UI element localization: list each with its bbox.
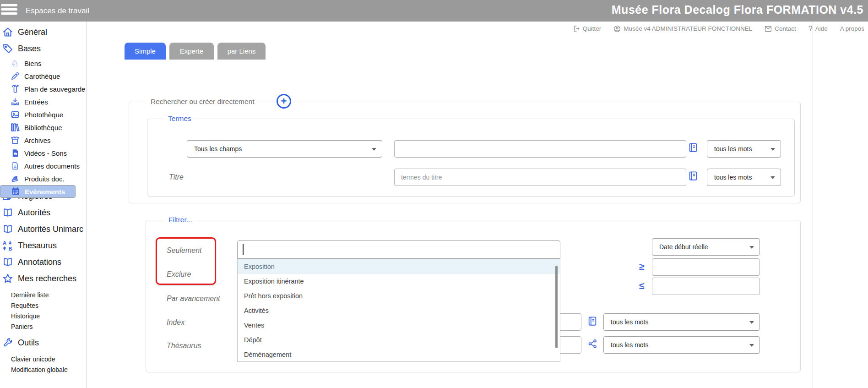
user-bar: Quitter Musée v4 ADMINISTRATEUR FONCTION… xyxy=(573,22,864,36)
quit-button[interactable]: Quitter xyxy=(573,25,602,32)
dropdown-option[interactable]: Exposition itinérante xyxy=(238,274,560,289)
sidebar-item-label: Carothèque xyxy=(24,72,60,80)
sidebar-item-bibliotheque[interactable]: Bibliothèque xyxy=(0,121,86,134)
index-words-mode-select[interactable]: tous les mots xyxy=(603,313,760,331)
sidebar-item-autorites-unimarc[interactable]: Autorités Unimarc xyxy=(0,221,86,237)
core-drill-icon xyxy=(11,71,20,81)
sidebar-item-carotheque[interactable]: Carothèque xyxy=(0,70,86,82)
inbox-download-icon xyxy=(11,97,20,106)
sidebar-item-evenements[interactable]: Evènements xyxy=(0,185,76,198)
dropdown-option[interactable]: Activités xyxy=(238,303,560,318)
calendar-icon xyxy=(11,187,20,196)
svg-text:A: A xyxy=(3,240,6,246)
sidebar-item-label: Clavier unicode xyxy=(11,355,55,363)
sidebar-item-archives[interactable]: Archives xyxy=(0,134,86,147)
sidebar-item-derniere-liste[interactable]: Dernière liste xyxy=(0,290,86,300)
fire-extinguisher-icon xyxy=(11,84,20,94)
tab-experte[interactable]: Experte xyxy=(169,43,214,60)
books-icon xyxy=(11,122,20,132)
contact-button[interactable]: Contact xyxy=(765,25,796,32)
sidebar-item-label: Biens xyxy=(24,60,42,67)
sidebar-item-historique[interactable]: Historique xyxy=(0,311,86,321)
open-book-icon xyxy=(2,224,13,234)
chevron-down-icon xyxy=(749,344,754,347)
sidebar-item-label: Annotations xyxy=(18,257,61,267)
chevron-down-icon xyxy=(372,148,376,151)
dictionary-book-icon[interactable] xyxy=(688,170,698,183)
search-create-legend: Rechercher ou créer directement xyxy=(146,98,259,106)
sort-ab-icon: AB xyxy=(2,240,13,251)
sidebar-item-outils[interactable]: Outils xyxy=(0,334,86,351)
sidebar-item-label: Historique xyxy=(11,312,40,320)
titre-input[interactable]: termes du titre xyxy=(394,169,686,186)
dropdown-option[interactable]: Déménagement xyxy=(238,347,560,362)
paper-stack-icon xyxy=(11,174,20,183)
user-menu[interactable]: Musée v4 ADMINISTRATEUR FONCTIONNEL xyxy=(613,25,752,33)
terms-search-input[interactable] xyxy=(394,140,686,158)
home-icon xyxy=(2,27,13,38)
top-bar: Espaces de travail Musée Flora Decalog F… xyxy=(0,0,868,22)
help-button[interactable]: ? Aide xyxy=(808,25,828,33)
workspace-label: Espaces de travail xyxy=(26,0,89,22)
date-min-input[interactable] xyxy=(652,258,760,276)
sidebar-item-general[interactable]: Général xyxy=(0,24,86,40)
text-caret xyxy=(243,244,244,255)
thesaurus-label: Thésaurus xyxy=(167,342,201,350)
sidebar-item-label: Produits doc. xyxy=(24,175,65,183)
dropdown-scrollbar[interactable] xyxy=(555,266,558,348)
chevron-down-icon xyxy=(770,148,775,151)
sidebar-item-thesaurus[interactable]: ABThesaurus xyxy=(0,237,86,254)
sidebar-item-bases[interactable]: Bases xyxy=(0,40,86,57)
event-type-dropdown-list: ExpositionExposition itinérantePrêt hors… xyxy=(237,259,560,362)
tab-simple[interactable]: Simple xyxy=(125,43,166,60)
hamburger-menu-icon[interactable] xyxy=(1,4,18,17)
sidebar-item-label: Autorités Unimarc xyxy=(18,224,83,234)
sidebar-item-label: Dernière liste xyxy=(11,291,49,299)
sidebar-item-autres-documents[interactable]: Autres documents xyxy=(0,159,86,172)
app-title: Musée Flora Decalog Flora FORMATION v4.5 xyxy=(612,3,863,16)
exit-icon xyxy=(573,25,580,32)
sidebar-item-videos-sons[interactable]: Vidéos - Sons xyxy=(0,147,86,159)
event-type-combobox-input[interactable] xyxy=(237,240,560,259)
share-nodes-icon[interactable] xyxy=(588,339,597,350)
tab-par-liens[interactable]: par Liens xyxy=(217,43,266,60)
sidebar-item-modification-globale[interactable]: Modification globale xyxy=(0,364,86,375)
date-field-select[interactable]: Date début réelle xyxy=(652,238,760,256)
titre-words-mode-select[interactable]: tous les mots xyxy=(707,169,781,186)
sidebar-item-label: Requêtes xyxy=(11,302,38,309)
content-right-divider xyxy=(813,22,813,388)
sidebar-item-annotations[interactable]: Annotations xyxy=(0,254,86,270)
sidebar-item-requetes[interactable]: Requêtes xyxy=(0,300,86,311)
terms-words-mode-select[interactable]: tous les mots xyxy=(707,140,781,158)
sidebar-item-produits-doc[interactable]: Produits doc. xyxy=(0,172,86,185)
dictionary-book-icon[interactable] xyxy=(688,142,698,155)
sidebar-item-paniers[interactable]: Paniers xyxy=(0,321,86,332)
tag-icon xyxy=(2,43,13,54)
sidebar-item-label: Général xyxy=(18,27,47,37)
document-icon xyxy=(11,161,20,170)
sidebar-item-plan-de-sauvegarde[interactable]: Plan de sauvegarde xyxy=(0,82,86,95)
sidebar-item-biens[interactable]: ♘Biens xyxy=(0,57,86,70)
sidebar-item-mes-recherches[interactable]: Mes recherches xyxy=(0,270,86,287)
create-plus-button[interactable]: + xyxy=(277,94,291,109)
field-scope-select[interactable]: Tous les champs xyxy=(187,140,382,158)
dropdown-option[interactable]: Prêt hors exposition xyxy=(238,289,560,303)
dropdown-option[interactable]: Dépôt xyxy=(238,333,560,347)
open-book-icon xyxy=(2,257,13,267)
star-icon xyxy=(2,273,13,284)
sidebar-item-label: Archives xyxy=(24,137,51,144)
wrench-icon xyxy=(2,338,13,348)
sidebar-divider xyxy=(86,22,87,388)
sidebar-item-clavier-unicode[interactable]: Clavier unicode xyxy=(0,354,86,364)
sidebar-item-phototheque[interactable]: Photothèque xyxy=(0,108,86,121)
about-button[interactable]: A propos xyxy=(840,25,864,32)
sidebar-item-autorites[interactable]: Autorités xyxy=(0,204,86,221)
dropdown-option[interactable]: Exposition xyxy=(238,259,560,274)
thesaurus-words-mode-select[interactable]: tous les mots xyxy=(603,336,760,354)
dictionary-book-icon[interactable] xyxy=(587,316,597,328)
greater-equal-symbol: ≥ xyxy=(639,261,645,272)
sidebar-item-entrees[interactable]: Entrées xyxy=(0,95,86,108)
date-max-input[interactable] xyxy=(652,278,760,295)
dropdown-option[interactable]: Ventes xyxy=(238,318,560,333)
sidebar-nav: GénéralBases♘BiensCarothèquePlan de sauv… xyxy=(0,24,86,375)
